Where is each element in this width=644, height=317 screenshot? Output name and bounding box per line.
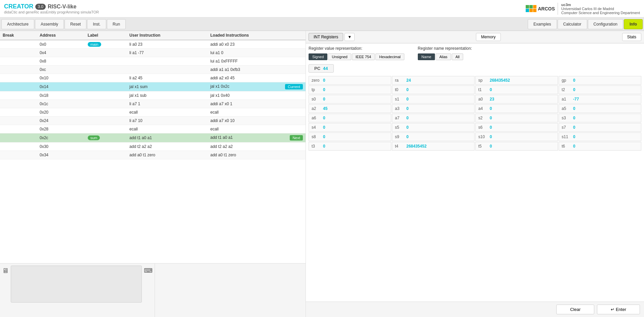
user-inst-cell: li a7 1 — [127, 100, 208, 108]
register-name: tp — [312, 87, 322, 92]
address-cell: 0xc — [37, 66, 85, 74]
loaded-inst-cell: ecall — [208, 108, 306, 117]
user-inst-cell: ecall — [127, 125, 208, 133]
register-name: a0 — [478, 97, 488, 102]
register-name: s8 — [312, 134, 322, 139]
register-value: 0 — [573, 144, 575, 149]
register-value: 0 — [323, 78, 325, 83]
register-value: 268435452 — [490, 78, 510, 83]
register-cell: t20 — [559, 85, 641, 94]
register-value: 0 — [406, 87, 409, 92]
main-area: Break Address Label User Instruction Loa… — [0, 31, 644, 317]
register-cell: s00 — [309, 95, 391, 104]
stats-tab[interactable]: Stats — [622, 33, 641, 41]
register-cell: s90 — [392, 132, 475, 141]
configuration-btn[interactable]: Configuration — [588, 19, 623, 29]
register-cell: tp0 — [309, 85, 391, 94]
label-cell — [85, 117, 127, 125]
unsigned-btn[interactable]: Unsigned — [328, 53, 351, 60]
address-cell: 0x1c — [37, 100, 85, 108]
value-rep-group: Register value representation: Signed Un… — [309, 46, 404, 60]
register-value: 0 — [573, 125, 575, 130]
user-inst-cell: li a1 -77 — [127, 49, 208, 57]
loaded-inst-cell: lui a1 0 — [208, 49, 306, 57]
ieee754-btn[interactable]: IEEE 754 — [352, 53, 375, 60]
loaded-inst-cell: addi a7 x0 10 — [208, 117, 306, 125]
register-name: ra — [395, 78, 405, 83]
calculator-btn[interactable]: Calculator — [558, 19, 587, 29]
label-badge: sum — [88, 135, 100, 140]
keyboard-icon: ⌨ — [144, 266, 153, 274]
register-value: 0 — [573, 134, 575, 139]
register-value: 0 — [406, 116, 409, 120]
enter-button[interactable]: ↵ Enter — [597, 305, 640, 314]
console-textarea[interactable] — [11, 266, 142, 303]
register-name: s3 — [562, 116, 572, 120]
int-registers-tab[interactable]: INT Registers — [309, 33, 343, 41]
navbar: Architecture Assembly Reset Inst. Run Ex… — [0, 17, 644, 31]
user-inst-cell: li a0 23 — [127, 40, 208, 49]
user-inst-cell: li a7 10 — [127, 117, 208, 125]
loaded-inst-cell: addi a0 x0 23 — [208, 40, 306, 49]
register-cell: t00 — [392, 85, 475, 94]
left-panel: Break Address Label User Instruction Loa… — [0, 31, 306, 317]
register-value: 0 — [490, 134, 492, 139]
info-btn[interactable]: Info — [624, 19, 643, 29]
table-row: 0x1cli a7 1addi a7 x0 1 — [0, 100, 306, 108]
register-name: a1 — [562, 97, 572, 102]
console-area: 🖥 ⌨ — [0, 264, 155, 317]
label-cell — [85, 125, 127, 133]
register-name: t0 — [395, 87, 405, 92]
alias-btn[interactable]: Alias — [436, 53, 451, 60]
run-btn[interactable]: Run — [107, 19, 126, 29]
clear-button[interactable]: Clear — [556, 305, 594, 314]
risc-title: RISC-V-like — [48, 4, 76, 10]
assembly-btn[interactable]: Assembly — [35, 19, 64, 29]
label-cell: main — [85, 40, 127, 49]
register-value: 0 — [406, 106, 409, 111]
header-left: CREATOR 3.0 RISC-V-like didaCtic and gen… — [4, 3, 99, 14]
loaded-inst-cell: addi a2 x0 45 — [208, 74, 306, 82]
register-cell: a245 — [309, 104, 391, 113]
signed-btn[interactable]: Signed — [309, 53, 327, 60]
examples-btn[interactable]: Examples — [528, 19, 557, 29]
hexadecimal-btn[interactable]: Hexadecimal — [375, 53, 404, 60]
name-rep-group: Register name representation: Name Alias… — [418, 46, 472, 60]
registers-dropdown[interactable]: ▼ — [345, 33, 355, 41]
register-tabs: INT Registers ▼ Memory Stats — [306, 31, 644, 43]
col-user-inst: User Instruction — [127, 31, 208, 40]
name-rep-label: Register name representation: — [418, 46, 472, 51]
architecture-btn[interactable]: Architecture — [1, 19, 34, 29]
break-cell — [0, 100, 37, 108]
table-row: 0x30add t2 a2 a2add t2 a2 a2 — [0, 143, 306, 151]
register-name: a5 — [562, 106, 572, 111]
reset-btn[interactable]: Reset — [65, 19, 86, 29]
register-cell: a023 — [475, 95, 558, 104]
representation-section: Register value representation: Signed Un… — [309, 46, 641, 60]
memory-tab[interactable]: Memory — [476, 33, 500, 41]
label-cell — [85, 91, 127, 100]
loaded-inst-cell: jal x1 0x40 — [208, 91, 306, 100]
instruction-table-container[interactable]: Break Address Label User Instruction Loa… — [0, 31, 306, 263]
register-value: 0 — [573, 106, 575, 111]
inst-btn[interactable]: Inst. — [87, 19, 106, 29]
arcos-logo: ARCOS — [526, 5, 555, 12]
register-name: t4 — [395, 144, 405, 149]
register-cell: s30 — [559, 114, 641, 122]
break-cell — [0, 57, 37, 66]
name-btn[interactable]: Name — [418, 53, 435, 60]
break-cell — [0, 82, 37, 91]
value-rep-label: Register value representation: — [309, 46, 404, 51]
register-name: t3 — [312, 144, 322, 149]
break-cell — [0, 117, 37, 125]
all-btn[interactable]: All — [452, 53, 463, 60]
table-row: 0xcaddi a1 a1 0xfb3 — [0, 66, 306, 74]
address-cell: 0x30 — [37, 143, 85, 151]
user-inst-cell: add t1 a0 a1 — [127, 133, 208, 143]
address-cell: 0x0 — [37, 40, 85, 49]
uc3m-logo: uc3m Universidad Carlos III de Madrid Co… — [558, 3, 640, 15]
register-name: t2 — [562, 87, 572, 92]
register-value: 24 — [406, 78, 411, 83]
register-name: s0 — [312, 97, 322, 102]
col-break: Break — [0, 31, 37, 40]
